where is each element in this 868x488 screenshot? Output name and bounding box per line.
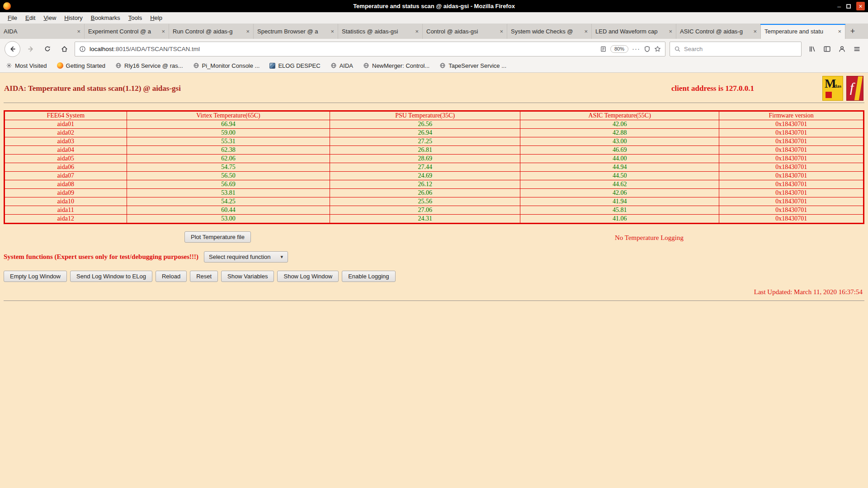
temperature-table: FEE64 System Virtex Temperature(65C) PSU… (4, 110, 864, 224)
tracking-shield-icon[interactable] (644, 46, 651, 52)
maximize-button[interactable] (846, 4, 851, 9)
send-log-to-elog-button[interactable]: Send Log Window to ELog (70, 271, 152, 282)
tab-asic-control[interactable]: ASIC Control @ aidas-g × (676, 24, 761, 39)
tab-run-control[interactable]: Run Control @ aidas-g × (169, 24, 254, 39)
table-row: aida06 54.75 27.44 44.94 0x18430701 (5, 163, 864, 172)
table-row: aida08 56.69 26.12 44.62 0x18430701 (5, 180, 864, 189)
table-header-row: FEE64 System Virtex Temperature(65C) PSU… (5, 111, 864, 120)
bookmarks-toolbar: Most Visited Getting Started Rly16 Servi… (0, 59, 868, 73)
close-button[interactable]: × (856, 2, 865, 10)
tab-close-icon[interactable]: × (246, 28, 250, 35)
sidebar-icon[interactable] (823, 45, 831, 53)
reload-button[interactable] (41, 42, 54, 55)
tab-close-icon[interactable]: × (500, 28, 503, 35)
show-log-window-button[interactable]: Show Log Window (277, 271, 339, 282)
table-row: aida01 66.94 26.56 42.06 0x18430701 (5, 120, 864, 129)
tab-aida[interactable]: AIDA × (0, 24, 85, 39)
firefox-bookmark-icon (57, 62, 63, 69)
bookmark-aida[interactable]: AIDA (330, 62, 353, 69)
library-icon[interactable] (808, 45, 816, 53)
bookmark-newmerger[interactable]: NewMerger: Control... (363, 62, 429, 69)
bookmark-rly16-service[interactable]: Rly16 Service @ ras... (115, 62, 183, 69)
reset-button[interactable]: Reset (190, 271, 218, 282)
empty-log-window-button[interactable]: Empty Log Window (4, 271, 67, 282)
tab-temperature-status[interactable]: Temperature and statu × (761, 24, 845, 39)
navigation-toolbar: localhost :8015/AIDA/TSCAN/TSCAN.tml 80%… (0, 39, 868, 59)
menu-bookmarks[interactable]: Bookmarks (87, 13, 124, 23)
tab-close-icon[interactable]: × (753, 28, 757, 35)
menu-view[interactable]: View (39, 13, 60, 23)
new-tab-button[interactable]: + (845, 24, 860, 39)
tab-close-icon[interactable]: × (415, 28, 419, 35)
address-bar[interactable]: localhost :8015/AIDA/TSCAN/TSCAN.tml 80%… (75, 42, 665, 56)
tab-close-icon[interactable]: × (584, 28, 588, 35)
table-row: aida02 59.00 26.94 42.88 0x18430701 (5, 129, 864, 137)
menu-bar: File Edit View History Bookmarks Tools H… (0, 12, 868, 24)
tab-statistics[interactable]: Statistics @ aidas-gsi × (338, 24, 423, 39)
no-temperature-logging-text: No Temperature Logging (615, 234, 684, 242)
table-row: aida10 54.25 25.56 41.94 0x18430701 (5, 197, 864, 206)
globe-icon (115, 62, 122, 69)
zoom-level-button[interactable]: 80% (610, 45, 628, 53)
tab-close-icon[interactable]: × (161, 28, 165, 35)
page-title: AIDA: Temperature and status scan(1.12) … (4, 84, 181, 93)
tab-close-icon[interactable]: × (669, 28, 672, 35)
reader-mode-icon[interactable] (600, 46, 607, 52)
bookmark-getting-started[interactable]: Getting Started (57, 62, 105, 69)
tab-close-icon[interactable]: × (838, 28, 841, 35)
col-header-firmware: Firmware version (719, 111, 864, 120)
tab-led-waveform[interactable]: LED and Waveform cap × (592, 24, 676, 39)
search-bar[interactable] (670, 42, 802, 56)
bookmark-most-visited[interactable]: Most Visited (6, 62, 47, 69)
globe-icon (193, 62, 199, 69)
search-input[interactable] (684, 46, 797, 52)
hamburger-menu-icon[interactable] (853, 45, 861, 53)
menu-history[interactable]: History (60, 13, 86, 23)
forward-button[interactable] (24, 42, 37, 55)
globe-icon (439, 62, 446, 69)
show-variables-button[interactable]: Show Variables (221, 271, 274, 282)
tab-spectrum-browser[interactable]: Spectrum Browser @ a × (254, 24, 338, 39)
enable-logging-button[interactable]: Enable Logging (342, 271, 395, 282)
firefox-icon (3, 2, 11, 10)
table-row: aida11 60.44 27.06 45.81 0x18430701 (5, 206, 864, 215)
table-row: aida12 53.00 24.31 41.06 0x18430701 (5, 215, 864, 224)
url-path: :8015/AIDA/TSCAN/TSCAN.tml (114, 46, 200, 52)
tab-experiment-control[interactable]: Experiment Control @ a × (85, 24, 169, 39)
menu-help[interactable]: Help (146, 13, 166, 23)
tab-close-icon[interactable]: × (77, 28, 80, 35)
most-visited-icon (6, 62, 12, 69)
table-row: aida05 62.06 28.69 44.00 0x18430701 (5, 155, 864, 163)
footer-divider (4, 300, 864, 301)
bookmark-elog-despec[interactable]: ELOG DESPEC (269, 62, 320, 69)
window-title-bar: Temperature and status scan @ aidas-gsi … (0, 0, 868, 12)
globe-icon (330, 62, 337, 69)
tab-control[interactable]: Control @ aidas-gsi × (423, 24, 507, 39)
table-row: aida04 62.38 26.81 46.69 0x18430701 (5, 146, 864, 155)
col-header-psu: PSU Temperature(35C) (330, 111, 520, 120)
back-button[interactable] (5, 41, 20, 57)
globe-icon (363, 62, 369, 69)
plot-temperature-button[interactable]: Plot Temperature file (184, 231, 251, 243)
minimize-button[interactable]: – (837, 4, 841, 9)
fair-logo: f (846, 76, 863, 101)
tab-close-icon[interactable]: × (330, 28, 334, 35)
tab-system-wide-checks[interactable]: System wide Checks @ × (507, 24, 592, 39)
bookmark-pi-monitor[interactable]: Pi_Monitor Console ... (193, 62, 260, 69)
reload-page-button[interactable]: Reload (156, 271, 187, 282)
menu-edit[interactable]: Edit (21, 13, 39, 23)
home-button[interactable] (58, 42, 71, 55)
site-info-icon[interactable] (79, 46, 86, 52)
menu-file[interactable]: File (4, 13, 21, 23)
bookmark-star-icon[interactable] (654, 46, 661, 52)
bookmark-tapeserver[interactable]: TapeServer Service ... (439, 62, 506, 69)
page-actions-icon[interactable]: ··· (632, 47, 640, 51)
url-host: localhost (90, 46, 113, 52)
system-functions-label: System functions (Expert users only for … (4, 253, 198, 261)
menu-tools[interactable]: Tools (124, 13, 146, 23)
table-row: aida07 56.50 24.69 44.50 0x18430701 (5, 172, 864, 180)
header-divider (4, 103, 864, 103)
elog-icon (269, 63, 275, 69)
function-select[interactable]: Select required function ▾ (204, 251, 288, 263)
account-icon[interactable] (838, 45, 846, 53)
